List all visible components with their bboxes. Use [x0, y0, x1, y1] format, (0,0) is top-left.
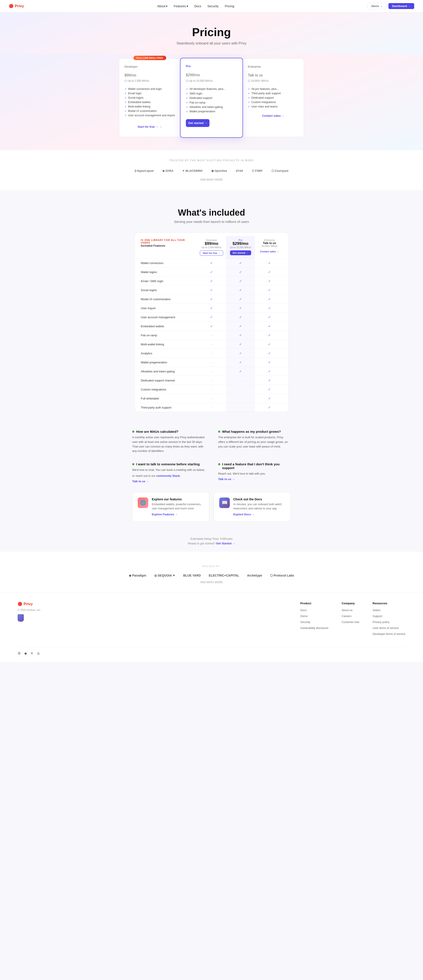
trusted-label: TRUSTED BY THE MOST EXCITING PROJECTS IN…: [5, 159, 418, 162]
nav-docs[interactable]: Docs: [194, 5, 201, 8]
logo-text: Privy: [15, 4, 24, 8]
pro-check: ✓: [226, 349, 255, 358]
dev-check: ✓: [197, 277, 226, 285]
feature-item: Email login: [125, 91, 175, 95]
nav-logo[interactable]: 🔴 Privy: [9, 4, 24, 8]
setup-bar: Estimated Setup Time: 9 Minutes Ready to…: [0, 531, 423, 552]
feature-label: Wallet connectors: [139, 259, 197, 267]
twitter-icon[interactable]: ✕: [30, 651, 33, 655]
nav-about[interactable]: About ▾: [157, 5, 168, 8]
nav-features[interactable]: Features ▾: [174, 5, 188, 8]
pro-check: —: [226, 385, 255, 394]
footer-link-vuln[interactable]: Vulnerability disclosure: [300, 627, 328, 630]
hero-section: Pricing Seamlessly onboard all your user…: [0, 12, 423, 54]
nav-pricing[interactable]: Pricing: [225, 5, 234, 8]
faq-item-3: I want to talk to someone before startin…: [132, 462, 205, 483]
dev-check: ✓: [197, 313, 226, 321]
faq-dot: [132, 463, 134, 465]
feature-label: User import: [139, 304, 197, 312]
footer-link-careers[interactable]: Careers: [342, 615, 351, 618]
card-price-dev: $99/mo: [125, 69, 175, 78]
footer-link-support[interactable]: Support: [372, 615, 382, 618]
footer-link-privacy[interactable]: Privacy policy: [372, 620, 389, 624]
discord-icon[interactable]: ◎: [37, 651, 40, 655]
footer: 🔴 Privy © 2024 Horkas, Inc. Product Docs…: [0, 593, 423, 662]
talk-to-us-link-2[interactable]: Talk to us →: [218, 477, 235, 481]
backer-sequoia: ◎ SEQUOIA ✦: [154, 574, 176, 577]
footer-link-customer-love[interactable]: Customer love: [342, 620, 359, 624]
footer-link-dev-terms[interactable]: Developer terms of service: [372, 633, 405, 636]
contact-sales-button[interactable]: Contact sales →: [248, 114, 298, 118]
ent-check: ✓: [255, 313, 284, 321]
included-subtitle: Serving your needs from launch to millio…: [5, 220, 418, 224]
dev-start-button[interactable]: Start for free →: [200, 250, 223, 256]
feature-label: Modal UI customization: [139, 295, 197, 304]
feature-item: All developer features, plus...: [186, 87, 237, 91]
ent-check: ✓: [255, 277, 284, 285]
community-slack-link[interactable]: community Slack.: [156, 474, 180, 478]
pro-check: ✓: [226, 331, 255, 340]
footer-col-resources: Resources Status Support Privacy policy …: [372, 601, 405, 638]
start-free-button[interactable]: Start for free →: [125, 123, 175, 130]
faq-item-4: I need a feature that I don't think you …: [218, 462, 291, 483]
footer-col-company: Company About us Careers Customer love: [342, 601, 359, 638]
github-icon[interactable]: ◆: [24, 651, 27, 655]
ent-check: ✓: [255, 394, 284, 403]
ent-contact-button[interactable]: Contact sales →: [257, 249, 282, 254]
backers-strip: ◆ Paradigm ◎ SEQUOIA ✦ BLUE YARD ELECTRI…: [5, 574, 418, 577]
card-price-pro: $299/mo: [186, 69, 237, 78]
feature-label: Social logins: [139, 286, 197, 294]
feature-item: User account management and import: [125, 113, 175, 118]
dev-check: ✓: [197, 267, 226, 276]
nav-security[interactable]: Security: [208, 5, 219, 8]
faq-answer: The enterprise tier is built for scaled …: [218, 435, 291, 449]
get-started-link[interactable]: Get Started →: [216, 542, 235, 545]
backers-more-label: AND MANY MORE: [5, 581, 418, 584]
ent-check: ✓: [255, 322, 284, 331]
pro-start-button[interactable]: Get started →: [230, 250, 251, 255]
logo-item: ✦ BLACKBIRD: [182, 169, 203, 172]
footer-link-user-terms[interactable]: User terms of service: [372, 627, 399, 630]
free-badge: First 1,000 MAUs FREE: [133, 56, 166, 60]
footer-link-security[interactable]: Security: [300, 620, 310, 624]
footer-link-demo[interactable]: Demo: [300, 615, 308, 618]
footer-link-docs[interactable]: Docs: [300, 609, 306, 612]
comp-pro-header: Pro $299/mo Up to 10,000 MAUs Get starte…: [226, 236, 255, 258]
table-row: Social logins ✓ ✓ ✓: [135, 285, 288, 294]
ent-check: ✓: [255, 286, 284, 294]
explore-features-link[interactable]: Explore Features →: [152, 513, 177, 516]
settings-icon[interactable]: ⚙: [18, 651, 21, 655]
get-started-button[interactable]: Get started →: [186, 119, 209, 127]
demo-button[interactable]: Demo →: [367, 3, 386, 9]
dashboard-button[interactable]: Dashboard →: [388, 3, 414, 9]
footer-col-product: Product Docs Demo Security Vulnerability…: [300, 601, 328, 638]
feature-item: Third-party auth support: [248, 91, 298, 95]
card-features-pro: All developer features, plus... SMS logi…: [186, 87, 237, 114]
and-many-more-label: AND MANY MORE: [5, 178, 418, 181]
ent-check: ✓: [255, 259, 284, 267]
dev-check: —: [197, 394, 226, 403]
faq-item-2: What happens as my product grows? The en…: [218, 430, 291, 453]
faq-dot: [218, 463, 220, 465]
footer-link-status[interactable]: Status: [372, 609, 380, 612]
cta-description: Embedded wallets, powerful connectors, u…: [152, 502, 204, 511]
feature-item: Wallet pregeneration: [186, 109, 237, 114]
dev-check: —: [197, 403, 226, 412]
ent-check: ✓: [255, 376, 284, 385]
explore-docs-link[interactable]: Explore Docs →: [233, 513, 254, 516]
feature-label: Dedicated support channel: [139, 376, 197, 385]
pro-check: ✓: [226, 322, 255, 331]
explore-features-icon: 🌐: [138, 498, 148, 508]
ent-check: ✓: [255, 331, 284, 340]
pro-check: ✓: [226, 267, 255, 276]
nav-actions: Demo → Dashboard →: [367, 3, 414, 9]
backer-protocol: ⬡ Protocol Labs: [270, 574, 294, 577]
navbar: 🔴 Privy About ▾ Features ▾ Docs Security…: [0, 0, 423, 12]
backed-section: BACKED BY ◆ Paradigm ◎ SEQUOIA ✦ BLUE YA…: [0, 552, 423, 593]
footer-link-about[interactable]: About us: [342, 609, 353, 612]
backer-archetype: Archetype: [247, 574, 262, 577]
feature-item: Custom integrations: [248, 100, 298, 104]
pro-check: ✓: [226, 313, 255, 321]
feature-item: Multi-wallet linking: [125, 104, 175, 109]
talk-to-us-link-1[interactable]: Talk to us →: [132, 480, 149, 483]
